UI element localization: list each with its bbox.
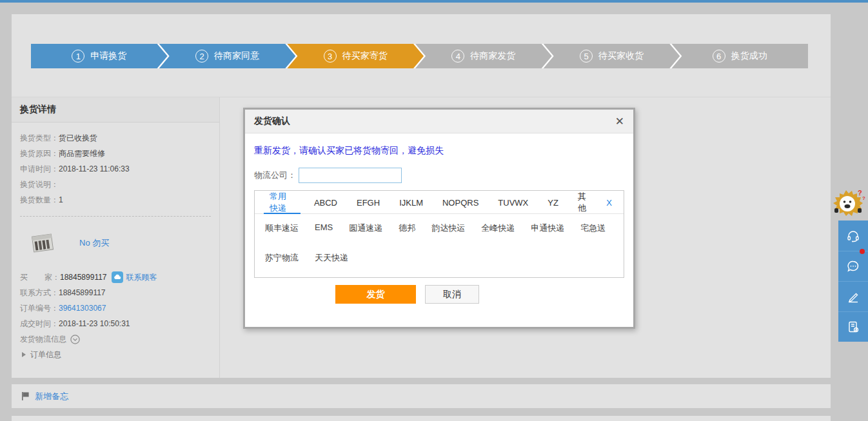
- courier-option[interactable]: 苏宁物流: [265, 252, 299, 264]
- dialog-titlebar: 发货确认 ✕: [245, 110, 633, 133]
- bottom-panel-sliver: [12, 416, 831, 421]
- feedback-button[interactable]: [838, 281, 868, 311]
- field-exchange-note: 换货说明：: [20, 177, 211, 192]
- courier-option[interactable]: 韵达快运: [431, 222, 465, 234]
- product-row: No 勿买: [20, 224, 211, 262]
- step-await-buyer-receive: 5 待买家收货: [544, 44, 680, 68]
- device-report-icon: [846, 320, 860, 334]
- customer-service-button[interactable]: [838, 220, 868, 251]
- dashed-divider: [20, 216, 211, 217]
- sidebar-title: 换货详情: [12, 97, 219, 122]
- contact-customer-link[interactable]: 联系顾客: [126, 269, 157, 285]
- messages-button[interactable]: [838, 251, 868, 281]
- courier-option[interactable]: 天天快递: [315, 252, 348, 264]
- question-mark-small: ?: [862, 195, 865, 201]
- field-exchange-reason: 换货原因：商品需要维修: [20, 146, 211, 161]
- step-label: 申请换货: [90, 50, 126, 62]
- step-apply-exchange: 1 申请换货: [31, 44, 168, 68]
- exchange-detail-sidebar: 换货详情 换货类型：货已收换货 换货原因：商品需要维修 申请时间：2018-11…: [12, 97, 220, 378]
- ship-confirm-dialog: 发货确认 ✕ 重新发货，请确认买家已将货物寄回，避免损失 物流公司： 常用快递 …: [243, 108, 635, 329]
- courier-row-2: 苏宁物流 天天快递: [265, 252, 613, 264]
- courier-picker: 常用快递 ABCD EFGH IJKLM NOPQRS TUVWX YZ 其他 …: [254, 190, 624, 278]
- cloud-chat-icon[interactable]: [112, 271, 123, 283]
- buyer-phone: 18845899117: [60, 269, 107, 285]
- courier-option[interactable]: 申通快递: [531, 222, 564, 234]
- step-exchange-success: 6 换货成功: [671, 44, 808, 68]
- top-accent-bar: [0, 0, 868, 3]
- dialog-buttons: 发货 取消: [335, 285, 624, 304]
- order-info-expander[interactable]: 订单信息: [20, 347, 211, 362]
- caret-right-icon: [22, 352, 26, 357]
- report-button[interactable]: [838, 311, 868, 342]
- field-exchange-qty: 换货数量：1: [20, 192, 211, 208]
- memo-panel: 新增备忘: [12, 384, 831, 408]
- product-thumbnail[interactable]: [28, 230, 57, 256]
- courier-row-1: 顺丰速运 EMS 圆通速递 德邦 韵达快运 全峰快递 申通快递 宅急送: [265, 222, 613, 234]
- right-toolbar: [838, 220, 868, 342]
- step-number: 5: [580, 50, 593, 63]
- tab-nopqrs[interactable]: NOPQRS: [433, 191, 488, 214]
- field-deal-time: 成交时间：2018-11-23 10:50:31: [20, 316, 211, 331]
- headset-icon: [846, 229, 860, 243]
- cancel-button[interactable]: 取消: [425, 285, 479, 304]
- field-contact: 联系方式：18845899117: [20, 285, 211, 300]
- tab-common-couriers[interactable]: 常用快递: [260, 191, 304, 214]
- step-number: 3: [324, 50, 337, 63]
- step-label: 待买家寄货: [342, 50, 388, 62]
- step-number: 2: [195, 50, 208, 63]
- step-label: 待买家收货: [598, 50, 644, 62]
- courier-option[interactable]: 顺丰速运: [265, 222, 299, 234]
- field-buyer: 买家 ： 18845899117 联系顾客: [20, 269, 211, 285]
- tab-yz[interactable]: YZ: [538, 191, 568, 214]
- resend-warning-text: 重新发货，请确认买家已将货物寄回，避免损失: [254, 145, 624, 157]
- logistics-company-label: 物流公司：: [254, 170, 296, 181]
- tab-efgh[interactable]: EFGH: [347, 191, 390, 214]
- step-number: 1: [72, 50, 84, 63]
- step-number: 6: [713, 50, 725, 63]
- logistics-company-row: 物流公司：: [254, 168, 624, 183]
- tab-abcd[interactable]: ABCD: [304, 191, 347, 214]
- buyer-label: 买家: [20, 269, 52, 285]
- chat-bubble-icon: [846, 259, 860, 273]
- close-icon[interactable]: ✕: [615, 116, 624, 127]
- lion-mascot: ? ?: [832, 189, 865, 221]
- tab-tuvwx[interactable]: TUVWX: [488, 191, 538, 214]
- courier-picker-close[interactable]: X: [600, 191, 618, 214]
- logistics-company-input[interactable]: [299, 168, 402, 183]
- step-label: 换货成功: [731, 50, 767, 62]
- product-link[interactable]: No 勿买: [79, 237, 109, 249]
- flag-icon: [21, 391, 30, 401]
- field-order-no: 订单编号：39641303067: [20, 300, 211, 316]
- step-await-buyer-ship: 3 待买家寄货: [287, 44, 424, 68]
- shipping-logistics-toggle[interactable]: 发货物流信息: [20, 331, 211, 347]
- courier-option[interactable]: EMS: [315, 222, 333, 234]
- notification-dot: [860, 249, 865, 254]
- question-mark: ?: [858, 189, 862, 197]
- courier-option[interactable]: 德邦: [399, 222, 415, 234]
- ship-button[interactable]: 发货: [335, 285, 416, 304]
- add-memo-link[interactable]: 新增备忘: [35, 391, 68, 402]
- chevron-down-circle-icon[interactable]: [70, 335, 80, 344]
- courier-option[interactable]: 全峰快递: [481, 222, 515, 234]
- step-label: 待商家发货: [470, 50, 515, 62]
- exchange-progress-stepper: 1 申请换货 2 待商家同意 3 待买家寄货 4 待商家发货 5 待买家收货 6…: [31, 44, 808, 68]
- field-apply-time: 申请时间：2018-11-23 11:06:33: [20, 161, 211, 177]
- pencil-icon: [846, 289, 860, 304]
- step-label: 待商家同意: [214, 50, 259, 62]
- courier-option[interactable]: 圆通速递: [349, 222, 382, 234]
- screen: 1 申请换货 2 待商家同意 3 待买家寄货 4 待商家发货 5 待买家收货 6…: [0, 0, 868, 421]
- order-number-link[interactable]: 39641303067: [59, 304, 106, 313]
- step-await-seller-agree: 2 待商家同意: [159, 44, 296, 68]
- field-exchange-type: 换货类型：货已收换货: [20, 130, 211, 146]
- courier-option[interactable]: 宅急送: [580, 222, 606, 234]
- step-number: 4: [451, 50, 464, 63]
- dialog-title: 发货确认: [254, 115, 290, 127]
- courier-tabs: 常用快递 ABCD EFGH IJKLM NOPQRS TUVWX YZ 其他 …: [255, 191, 624, 214]
- tab-ijklm[interactable]: IJKLM: [390, 191, 433, 214]
- step-await-seller-ship: 4 待商家发货: [415, 44, 552, 68]
- tab-other[interactable]: 其他: [568, 191, 600, 214]
